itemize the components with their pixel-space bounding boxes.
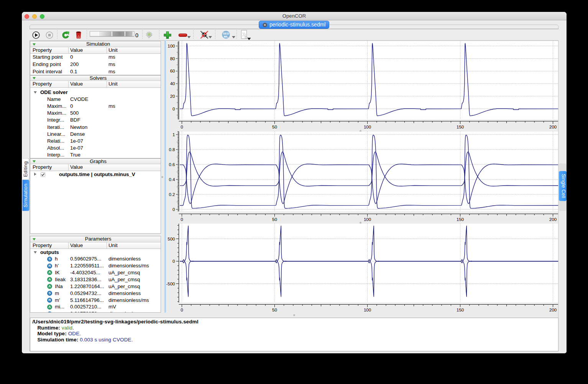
svg-text:100: 100 xyxy=(168,44,175,48)
svg-text:100: 100 xyxy=(364,308,371,312)
svg-text:0: 0 xyxy=(172,207,175,212)
svg-text:0: 0 xyxy=(172,107,175,111)
svg-text:-500: -500 xyxy=(166,282,175,286)
svg-text:200: 200 xyxy=(549,125,557,129)
svg-text:0: 0 xyxy=(181,217,183,222)
svg-text:0: 0 xyxy=(181,308,183,312)
svg-text:ML: ML xyxy=(224,35,228,38)
svg-text:200: 200 xyxy=(549,308,557,312)
svg-text:20: 20 xyxy=(170,94,175,99)
svg-text:0.6: 0.6 xyxy=(169,162,175,167)
svg-text:80: 80 xyxy=(170,56,175,61)
svg-text:500: 500 xyxy=(168,237,175,241)
svg-text:200: 200 xyxy=(549,217,557,222)
svg-text:0.2: 0.2 xyxy=(169,192,175,197)
svg-text:0: 0 xyxy=(172,259,175,264)
svg-text:0: 0 xyxy=(181,125,183,129)
svg-text:1: 1 xyxy=(172,132,175,137)
svg-text:0: 0 xyxy=(135,32,138,38)
svg-text:60: 60 xyxy=(170,69,175,73)
svg-text:150: 150 xyxy=(457,125,464,129)
svg-text:50: 50 xyxy=(272,308,277,312)
svg-text:100: 100 xyxy=(364,125,371,129)
svg-text:100: 100 xyxy=(364,217,371,222)
svg-text:50: 50 xyxy=(272,125,277,129)
svg-text:40: 40 xyxy=(170,81,175,86)
svg-text:150: 150 xyxy=(457,217,464,222)
svg-text:0.4: 0.4 xyxy=(169,177,176,182)
svg-text:150: 150 xyxy=(457,308,464,312)
svg-text:0.8: 0.8 xyxy=(169,147,175,152)
svg-text:50: 50 xyxy=(272,217,277,222)
